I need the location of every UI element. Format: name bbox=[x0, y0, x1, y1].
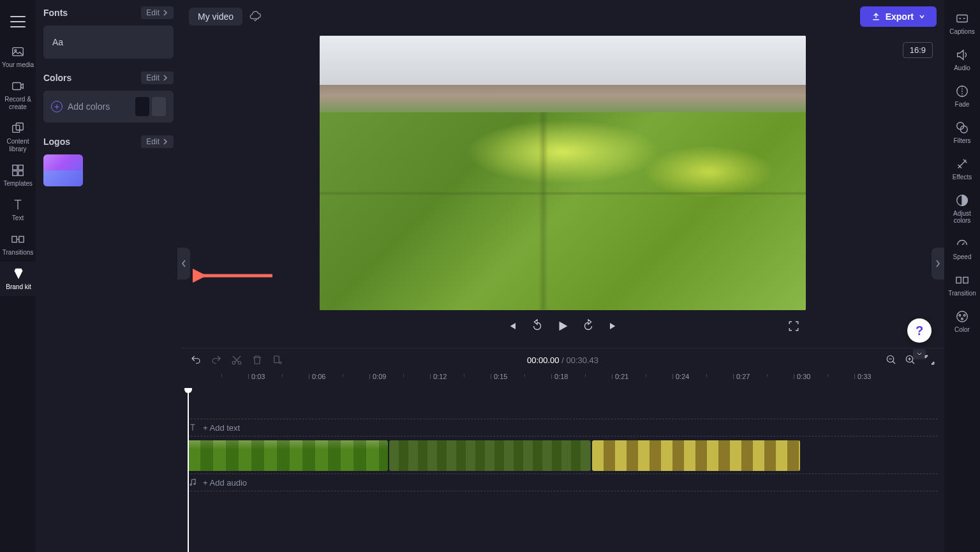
svg-rect-7 bbox=[13, 171, 17, 175]
plus-icon: + bbox=[51, 101, 63, 112]
undo-icon[interactable] bbox=[190, 354, 202, 366]
play-icon[interactable] bbox=[556, 319, 570, 333]
nav-color[interactable]: Color bbox=[944, 304, 980, 338]
font-sample-card[interactable]: Aa bbox=[43, 26, 174, 59]
trash-icon[interactable] bbox=[251, 354, 263, 366]
text-icon bbox=[11, 198, 25, 212]
split-icon[interactable] bbox=[272, 354, 283, 366]
svg-rect-10 bbox=[19, 236, 24, 242]
svg-point-30 bbox=[961, 318, 963, 320]
nav-content-library[interactable]: Content library bbox=[0, 116, 36, 158]
effects-icon bbox=[955, 157, 969, 171]
nav-adjust-colors[interactable]: Adjust colors bbox=[944, 188, 980, 229]
rewind-10-icon[interactable] bbox=[530, 319, 544, 333]
svg-rect-0 bbox=[13, 48, 24, 56]
video-clip[interactable] bbox=[389, 440, 591, 471]
svg-point-12 bbox=[232, 361, 235, 364]
fade-icon bbox=[955, 84, 969, 98]
zoom-out-icon[interactable] bbox=[886, 354, 897, 366]
aspect-ratio-selector[interactable]: 16:9 bbox=[903, 42, 933, 58]
color-swatch[interactable] bbox=[152, 97, 166, 116]
color-icon bbox=[955, 310, 969, 324]
add-colors-button[interactable]: + Add colors bbox=[51, 101, 110, 112]
collapse-panel-button[interactable] bbox=[177, 248, 190, 280]
svg-rect-6 bbox=[19, 165, 23, 170]
brand-kit-icon bbox=[11, 267, 26, 281]
brand-kit-panel: Fonts Edit Aa Colors Edit + Add colors L… bbox=[36, 0, 181, 552]
top-bar: My video Export bbox=[181, 0, 944, 33]
video-clip[interactable] bbox=[592, 440, 800, 471]
logos-edit-button[interactable]: Edit bbox=[141, 135, 174, 148]
timeline-toolbar: 00:00.00 / 00:30.43 bbox=[181, 348, 944, 371]
nav-transition-r[interactable]: Transition bbox=[944, 268, 980, 302]
chevron-right-icon bbox=[935, 259, 941, 268]
timeline-ruler[interactable]: 0:030:060:090:120:150:180:210:240:270:30… bbox=[181, 371, 944, 388]
right-sidebar-nav: Captions Audio Fade Filters Effects Adju… bbox=[944, 0, 980, 552]
fonts-title: Fonts bbox=[43, 8, 68, 18]
collapse-right-panel-button[interactable] bbox=[932, 248, 944, 280]
time-display: 00:00.00 / 00:30.43 bbox=[527, 355, 598, 365]
fit-icon[interactable] bbox=[924, 354, 935, 366]
svg-rect-20 bbox=[957, 15, 968, 22]
colors-title: Colors bbox=[43, 73, 71, 83]
music-icon bbox=[188, 478, 198, 487]
templates-icon bbox=[11, 163, 25, 177]
annotation-arrow bbox=[193, 263, 276, 288]
media-icon bbox=[11, 45, 25, 59]
svg-point-15 bbox=[279, 362, 281, 364]
video-preview[interactable] bbox=[320, 36, 806, 310]
captions-icon bbox=[955, 11, 969, 26]
redo-icon[interactable] bbox=[211, 354, 222, 366]
speed-icon bbox=[955, 237, 969, 251]
video-clip[interactable] bbox=[188, 440, 388, 471]
fonts-edit-button[interactable]: Edit bbox=[141, 6, 174, 19]
playhead[interactable] bbox=[188, 388, 189, 552]
colors-edit-button[interactable]: Edit bbox=[141, 71, 174, 84]
logos-title: Logos bbox=[43, 137, 70, 147]
svg-point-28 bbox=[959, 315, 961, 317]
svg-rect-5 bbox=[13, 165, 17, 170]
chevron-right-icon bbox=[162, 10, 168, 16]
nav-transitions[interactable]: Transitions bbox=[0, 227, 36, 262]
filters-icon bbox=[955, 121, 969, 135]
forward-10-icon[interactable] bbox=[581, 319, 595, 333]
nav-record-create[interactable]: Record & create bbox=[0, 74, 36, 116]
cloud-sync-icon[interactable] bbox=[249, 10, 262, 23]
nav-captions[interactable]: Captions bbox=[944, 6, 980, 40]
color-swatch[interactable] bbox=[135, 97, 149, 116]
nav-fade[interactable]: Fade bbox=[944, 79, 980, 113]
svg-point-19 bbox=[194, 483, 195, 484]
audio-track-lane[interactable]: + Add audio bbox=[188, 474, 938, 491]
text-track-lane[interactable]: + Add text bbox=[188, 419, 938, 436]
chevron-right-icon bbox=[162, 138, 168, 145]
cut-icon[interactable] bbox=[231, 354, 242, 366]
chevron-left-icon bbox=[181, 259, 187, 268]
chevron-right-icon bbox=[162, 75, 168, 81]
nav-text[interactable]: Text bbox=[0, 193, 36, 227]
video-track bbox=[188, 440, 938, 471]
player-controls bbox=[320, 310, 806, 342]
svg-rect-14 bbox=[274, 356, 279, 363]
nav-filters[interactable]: Filters bbox=[944, 116, 980, 149]
nav-brand-kit[interactable]: Brand kit bbox=[0, 262, 36, 296]
logo-thumbnail[interactable] bbox=[43, 154, 83, 186]
video-title[interactable]: My video bbox=[189, 8, 242, 26]
timeline-tracks[interactable]: + Add text + Add audio bbox=[181, 388, 944, 552]
skip-start-icon[interactable] bbox=[506, 320, 519, 332]
skip-end-icon[interactable] bbox=[607, 320, 620, 332]
nav-effects[interactable]: Effects bbox=[944, 152, 980, 186]
export-button[interactable]: Export bbox=[860, 6, 937, 27]
library-icon bbox=[11, 121, 25, 135]
left-sidebar-nav: Your media Record & create Content libra… bbox=[0, 0, 36, 552]
nav-speed[interactable]: Speed bbox=[944, 232, 980, 265]
nav-templates[interactable]: Templates bbox=[0, 158, 36, 193]
help-button[interactable]: ? bbox=[907, 318, 932, 343]
text-icon bbox=[188, 423, 198, 432]
nav-your-media[interactable]: Your media bbox=[0, 40, 36, 74]
svg-rect-25 bbox=[956, 277, 961, 283]
hamburger-menu-icon[interactable] bbox=[10, 14, 26, 29]
nav-audio[interactable]: Audio bbox=[944, 43, 980, 77]
fullscreen-icon[interactable] bbox=[788, 320, 799, 332]
zoom-in-icon[interactable] bbox=[905, 354, 916, 366]
svg-rect-8 bbox=[19, 171, 23, 175]
